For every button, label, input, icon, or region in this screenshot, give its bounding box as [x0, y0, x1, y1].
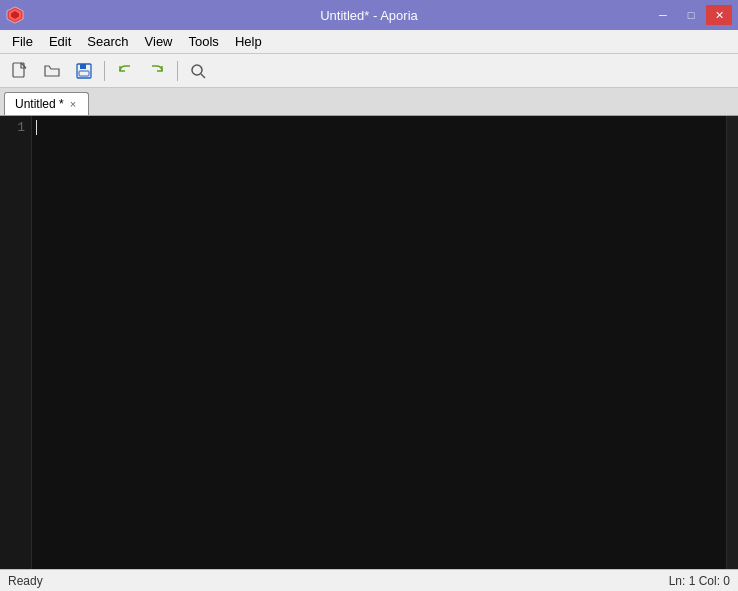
- title-bar: Untitled* - Aporia ─ □ ✕: [0, 0, 738, 30]
- svg-rect-6: [79, 71, 89, 76]
- line-number-1: 1: [6, 120, 25, 135]
- save-icon: [75, 62, 93, 80]
- text-cursor: [36, 120, 37, 135]
- open-button[interactable]: [38, 58, 66, 84]
- editor-area[interactable]: [32, 116, 726, 569]
- menu-file[interactable]: File: [4, 32, 41, 51]
- title-bar-left: [6, 6, 24, 24]
- cursor-position: Ln: 1 Col: 0: [669, 574, 730, 588]
- maximize-button[interactable]: □: [678, 5, 704, 25]
- toolbar: [0, 54, 738, 88]
- search-icon: [189, 62, 207, 80]
- find-button[interactable]: [184, 58, 212, 84]
- status-text: Ready: [8, 574, 43, 588]
- app-icon: [6, 6, 24, 24]
- menu-bar: File Edit Search View Tools Help: [0, 30, 738, 54]
- menu-help[interactable]: Help: [227, 32, 270, 51]
- toolbar-separator-2: [177, 61, 178, 81]
- svg-point-7: [192, 65, 202, 75]
- tab-bar: Untitled * ×: [0, 88, 738, 116]
- undo-button[interactable]: [111, 58, 139, 84]
- scrollbar[interactable]: [726, 116, 738, 569]
- new-button[interactable]: [6, 58, 34, 84]
- close-button[interactable]: ✕: [706, 5, 732, 25]
- menu-edit[interactable]: Edit: [41, 32, 79, 51]
- editor-container: 1: [0, 116, 738, 569]
- menu-tools[interactable]: Tools: [181, 32, 227, 51]
- save-button[interactable]: [70, 58, 98, 84]
- redo-icon: [148, 62, 166, 80]
- redo-button[interactable]: [143, 58, 171, 84]
- tab-label: Untitled *: [15, 97, 64, 111]
- menu-view[interactable]: View: [137, 32, 181, 51]
- tab-untitled[interactable]: Untitled * ×: [4, 92, 89, 115]
- window-controls: ─ □ ✕: [650, 5, 732, 25]
- new-icon: [11, 62, 29, 80]
- window-title: Untitled* - Aporia: [320, 8, 418, 23]
- line-numbers: 1: [0, 116, 32, 569]
- toolbar-separator-1: [104, 61, 105, 81]
- open-icon: [43, 62, 61, 80]
- undo-icon: [116, 62, 134, 80]
- minimize-button[interactable]: ─: [650, 5, 676, 25]
- svg-line-8: [201, 74, 205, 78]
- status-bar: Ready Ln: 1 Col: 0: [0, 569, 738, 591]
- menu-search[interactable]: Search: [79, 32, 136, 51]
- tab-close-button[interactable]: ×: [68, 98, 78, 110]
- svg-rect-5: [80, 64, 86, 69]
